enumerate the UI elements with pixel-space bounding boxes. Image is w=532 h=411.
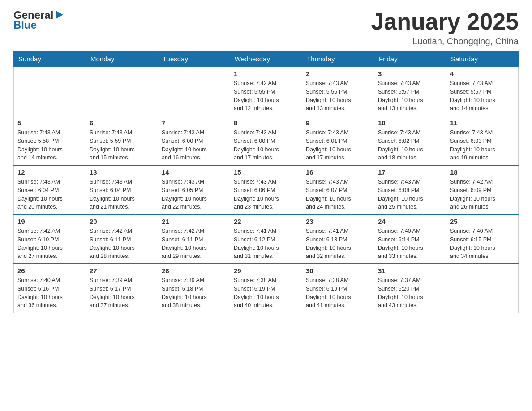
day-info: Sunrise: 7:39 AM Sunset: 6:17 PM Dayligh…: [90, 276, 154, 310]
calendar-day-5: 5Sunrise: 7:43 AM Sunset: 5:58 PM Daylig…: [14, 116, 86, 165]
day-number: 13: [90, 168, 154, 176]
day-number: 9: [306, 119, 370, 127]
day-info: Sunrise: 7:40 AM Sunset: 6:14 PM Dayligh…: [378, 227, 442, 261]
day-info: Sunrise: 7:42 AM Sunset: 6:11 PM Dayligh…: [162, 227, 226, 261]
weekday-header-saturday: Saturday: [446, 51, 519, 67]
calendar-day-3: 3Sunrise: 7:43 AM Sunset: 5:57 PM Daylig…: [374, 67, 446, 116]
weekday-header-tuesday: Tuesday: [158, 51, 230, 67]
day-number: 11: [450, 119, 515, 127]
day-info: Sunrise: 7:43 AM Sunset: 6:06 PM Dayligh…: [234, 178, 298, 211]
day-info: Sunrise: 7:39 AM Sunset: 6:18 PM Dayligh…: [162, 276, 226, 310]
day-number: 22: [234, 218, 298, 225]
day-number: 29: [234, 267, 298, 274]
day-number: 31: [378, 267, 442, 274]
day-info: Sunrise: 7:43 AM Sunset: 6:08 PM Dayligh…: [378, 178, 442, 211]
day-info: Sunrise: 7:42 AM Sunset: 6:10 PM Dayligh…: [17, 227, 82, 261]
day-info: Sunrise: 7:40 AM Sunset: 6:16 PM Dayligh…: [17, 276, 82, 310]
day-info: Sunrise: 7:43 AM Sunset: 6:04 PM Dayligh…: [90, 178, 154, 211]
calendar-empty-cell: [158, 67, 230, 116]
day-info: Sunrise: 7:43 AM Sunset: 6:00 PM Dayligh…: [162, 128, 226, 162]
day-number: 21: [162, 218, 226, 225]
day-info: Sunrise: 7:41 AM Sunset: 6:13 PM Dayligh…: [306, 227, 370, 261]
calendar-day-28: 28Sunrise: 7:39 AM Sunset: 6:18 PM Dayli…: [158, 264, 230, 313]
month-title: January 2025: [371, 9, 519, 34]
day-info: Sunrise: 7:43 AM Sunset: 5:57 PM Dayligh…: [378, 79, 442, 113]
page-header: General Blue January 2025 Luotian, Chong…: [13, 9, 519, 47]
day-info: Sunrise: 7:42 AM Sunset: 6:11 PM Dayligh…: [90, 227, 154, 261]
calendar-day-6: 6Sunrise: 7:43 AM Sunset: 5:59 PM Daylig…: [86, 116, 158, 165]
calendar-day-8: 8Sunrise: 7:43 AM Sunset: 6:00 PM Daylig…: [230, 116, 302, 165]
calendar-day-17: 17Sunrise: 7:43 AM Sunset: 6:08 PM Dayli…: [374, 165, 446, 214]
day-number: 19: [17, 218, 82, 225]
day-info: Sunrise: 7:43 AM Sunset: 6:04 PM Dayligh…: [17, 178, 82, 211]
day-number: 10: [378, 119, 442, 127]
calendar-day-21: 21Sunrise: 7:42 AM Sunset: 6:11 PM Dayli…: [158, 214, 230, 264]
day-number: 3: [378, 70, 442, 77]
calendar-day-29: 29Sunrise: 7:38 AM Sunset: 6:19 PM Dayli…: [230, 264, 302, 313]
calendar-week-row: 12Sunrise: 7:43 AM Sunset: 6:04 PM Dayli…: [14, 165, 519, 214]
day-number: 20: [90, 218, 154, 225]
weekday-header-friday: Friday: [374, 51, 446, 67]
day-number: 25: [450, 218, 515, 225]
day-number: 6: [90, 119, 154, 127]
day-number: 24: [378, 218, 442, 225]
day-info: Sunrise: 7:43 AM Sunset: 5:59 PM Dayligh…: [90, 128, 154, 162]
logo-flag-icon: [54, 10, 64, 20]
day-number: 4: [450, 70, 515, 77]
calendar-week-row: 19Sunrise: 7:42 AM Sunset: 6:10 PM Dayli…: [14, 214, 519, 264]
calendar-day-11: 11Sunrise: 7:43 AM Sunset: 6:03 PM Dayli…: [446, 116, 519, 165]
calendar-day-31: 31Sunrise: 7:37 AM Sunset: 6:20 PM Dayli…: [374, 264, 446, 313]
logo: General Blue: [13, 9, 64, 31]
calendar-day-24: 24Sunrise: 7:40 AM Sunset: 6:14 PM Dayli…: [374, 214, 446, 264]
calendar-day-7: 7Sunrise: 7:43 AM Sunset: 6:00 PM Daylig…: [158, 116, 230, 165]
calendar-day-2: 2Sunrise: 7:43 AM Sunset: 5:56 PM Daylig…: [302, 67, 374, 116]
calendar-day-26: 26Sunrise: 7:40 AM Sunset: 6:16 PM Dayli…: [14, 264, 86, 313]
calendar-day-15: 15Sunrise: 7:43 AM Sunset: 6:06 PM Dayli…: [230, 165, 302, 214]
day-number: 30: [306, 267, 370, 274]
day-info: Sunrise: 7:43 AM Sunset: 6:02 PM Dayligh…: [378, 128, 442, 162]
day-number: 23: [306, 218, 370, 225]
calendar-day-18: 18Sunrise: 7:42 AM Sunset: 6:09 PM Dayli…: [446, 165, 519, 214]
weekday-header-sunday: Sunday: [14, 51, 86, 67]
weekday-header-monday: Monday: [86, 51, 158, 67]
title-block: January 2025 Luotian, Chongqing, China: [371, 9, 519, 47]
calendar-day-4: 4Sunrise: 7:43 AM Sunset: 5:57 PM Daylig…: [446, 67, 519, 116]
day-number: 18: [450, 168, 515, 176]
calendar-day-30: 30Sunrise: 7:38 AM Sunset: 6:19 PM Dayli…: [302, 264, 374, 313]
day-number: 1: [234, 70, 298, 77]
calendar-empty-cell: [14, 67, 86, 116]
calendar-day-1: 1Sunrise: 7:42 AM Sunset: 5:55 PM Daylig…: [230, 67, 302, 116]
calendar-header-row: SundayMondayTuesdayWednesdayThursdayFrid…: [14, 51, 519, 67]
calendar-day-12: 12Sunrise: 7:43 AM Sunset: 6:04 PM Dayli…: [14, 165, 86, 214]
calendar-week-row: 1Sunrise: 7:42 AM Sunset: 5:55 PM Daylig…: [14, 67, 519, 116]
day-info: Sunrise: 7:43 AM Sunset: 6:00 PM Dayligh…: [234, 128, 298, 162]
calendar-day-22: 22Sunrise: 7:41 AM Sunset: 6:12 PM Dayli…: [230, 214, 302, 264]
day-number: 7: [162, 119, 226, 127]
weekday-header-thursday: Thursday: [302, 51, 374, 67]
calendar-empty-cell: [86, 67, 158, 116]
day-number: 15: [234, 168, 298, 176]
calendar-week-row: 5Sunrise: 7:43 AM Sunset: 5:58 PM Daylig…: [14, 116, 519, 165]
location-title: Luotian, Chongqing, China: [371, 36, 519, 47]
day-info: Sunrise: 7:43 AM Sunset: 6:03 PM Dayligh…: [450, 128, 515, 162]
calendar-day-10: 10Sunrise: 7:43 AM Sunset: 6:02 PM Dayli…: [374, 116, 446, 165]
day-number: 28: [162, 267, 226, 274]
day-number: 16: [306, 168, 370, 176]
day-info: Sunrise: 7:43 AM Sunset: 6:01 PM Dayligh…: [306, 128, 370, 162]
day-info: Sunrise: 7:43 AM Sunset: 6:05 PM Dayligh…: [162, 178, 226, 211]
calendar-table: SundayMondayTuesdayWednesdayThursdayFrid…: [13, 51, 519, 313]
day-info: Sunrise: 7:38 AM Sunset: 6:19 PM Dayligh…: [234, 276, 298, 310]
calendar-day-16: 16Sunrise: 7:43 AM Sunset: 6:07 PM Dayli…: [302, 165, 374, 214]
calendar-day-25: 25Sunrise: 7:40 AM Sunset: 6:15 PM Dayli…: [446, 214, 519, 264]
day-number: 26: [17, 267, 82, 274]
weekday-header-wednesday: Wednesday: [230, 51, 302, 67]
day-info: Sunrise: 7:38 AM Sunset: 6:19 PM Dayligh…: [306, 276, 370, 310]
day-number: 2: [306, 70, 370, 77]
day-info: Sunrise: 7:43 AM Sunset: 5:58 PM Dayligh…: [17, 128, 82, 162]
day-info: Sunrise: 7:43 AM Sunset: 6:07 PM Dayligh…: [306, 178, 370, 211]
calendar-day-14: 14Sunrise: 7:43 AM Sunset: 6:05 PM Dayli…: [158, 165, 230, 214]
calendar-day-23: 23Sunrise: 7:41 AM Sunset: 6:13 PM Dayli…: [302, 214, 374, 264]
day-number: 27: [90, 267, 154, 274]
day-info: Sunrise: 7:40 AM Sunset: 6:15 PM Dayligh…: [450, 227, 515, 261]
calendar-day-19: 19Sunrise: 7:42 AM Sunset: 6:10 PM Dayli…: [14, 214, 86, 264]
